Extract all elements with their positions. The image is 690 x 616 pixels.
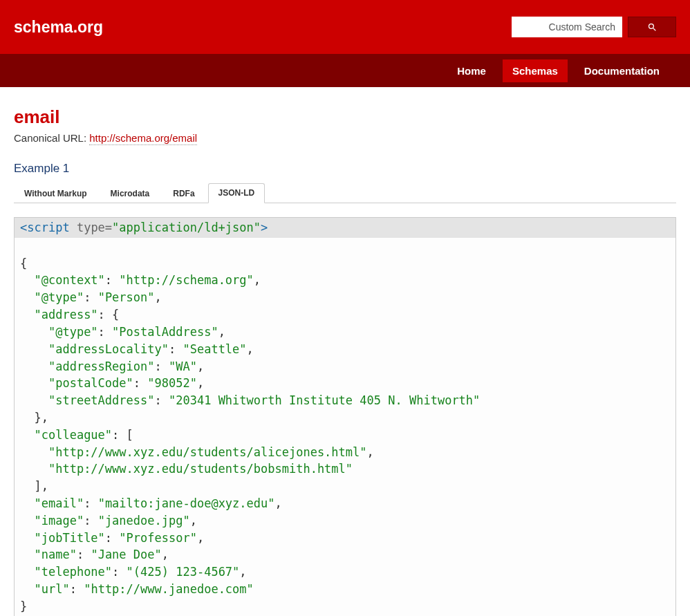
tab-microdata[interactable]: Microdata	[100, 184, 160, 203]
nav-schemas[interactable]: Schemas	[503, 59, 568, 82]
search-button[interactable]	[628, 17, 676, 37]
site-logo[interactable]: schema.org	[14, 18, 103, 37]
tab-rdfa[interactable]: RDFa	[162, 184, 205, 203]
search-input[interactable]	[512, 17, 622, 37]
canonical-label: Canonical URL:	[14, 132, 89, 144]
content-area: email Canonical URL: http://schema.org/e…	[0, 87, 690, 616]
top-banner: schema.org	[0, 0, 690, 54]
nav-home[interactable]: Home	[447, 59, 496, 82]
page-title: email	[14, 106, 676, 128]
canonical-url-link[interactable]: http://schema.org/email	[89, 132, 197, 145]
canonical-url-line: Canonical URL: http://schema.org/email	[14, 132, 676, 144]
example-tabs: Without Markup Microdata RDFa JSON-LD	[14, 183, 676, 203]
code-content: <script type="application/ld+json"> { "@…	[15, 218, 675, 616]
search-area	[512, 17, 676, 37]
code-block: <script type="application/ld+json"> { "@…	[14, 217, 676, 616]
search-icon	[647, 22, 658, 32]
tab-jsonld[interactable]: JSON-LD	[208, 183, 265, 203]
tab-without-markup[interactable]: Without Markup	[14, 184, 97, 203]
nav-bar: Home Schemas Documentation	[0, 54, 690, 87]
nav-documentation[interactable]: Documentation	[575, 59, 669, 82]
example-heading: Example 1	[14, 162, 676, 176]
